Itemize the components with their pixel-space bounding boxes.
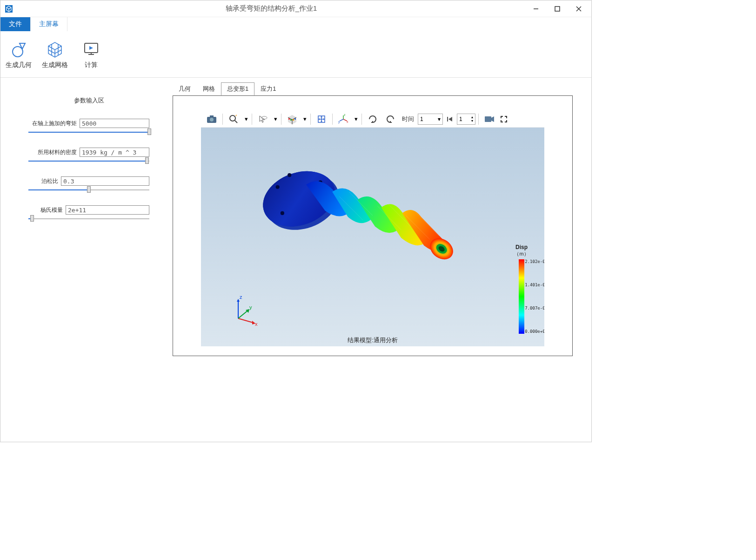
svg-rect-15 — [288, 118, 290, 120]
menu-file[interactable]: 文件 — [0, 17, 31, 31]
svg-text:z: z — [240, 294, 242, 300]
render-dropdown[interactable]: ▾ — [302, 115, 308, 122]
poisson-label: 泊松比 — [41, 177, 58, 185]
density-input[interactable] — [80, 148, 149, 157]
svg-rect-16 — [290, 119, 292, 121]
svg-line-22 — [340, 119, 343, 121]
time-select[interactable]: 1▾ — [418, 114, 443, 125]
poisson-slider[interactable] — [28, 188, 149, 192]
legend-tick-0: 2.102e-04 — [525, 259, 544, 264]
svg-text:x: x — [255, 321, 258, 327]
generate-mesh-label: 生成网格 — [42, 61, 68, 69]
svg-text:z: z — [344, 114, 346, 116]
rotate-cw-icon[interactable] — [365, 112, 381, 126]
geometry-icon — [9, 40, 28, 58]
svg-text:y: y — [249, 304, 252, 310]
legend-tick-1: 1.401e-04 — [525, 283, 544, 287]
axis-icon[interactable]: zxy — [335, 112, 351, 126]
youngs-input[interactable] — [66, 205, 149, 215]
time-label: 时间 — [402, 115, 414, 123]
svg-point-5 — [13, 47, 23, 57]
youngs-slider[interactable] — [28, 216, 149, 221]
maximize-button[interactable] — [547, 0, 568, 17]
app-icon — [4, 4, 13, 13]
zoom-icon[interactable] — [226, 112, 241, 126]
parameter-panel-title: 参数输入区 — [28, 96, 149, 105]
viewport[interactable]: ▾ ▾ ▾ zxy ▾ 时间 1▾ 1▴▾ — [173, 95, 573, 356]
youngs-label: 杨氏模量 — [40, 206, 63, 214]
screenshot-icon[interactable] — [204, 112, 220, 126]
legend-title: Disp — [505, 244, 538, 250]
moment-slider[interactable] — [28, 130, 149, 135]
moment-input[interactable] — [80, 119, 149, 128]
expand-icon[interactable] — [499, 112, 508, 126]
svg-point-12 — [230, 115, 235, 121]
density-slider[interactable] — [28, 159, 149, 163]
3d-canvas[interactable]: z x y Disp （m） 2.102e-04 1.401e-04 7.007… — [201, 128, 544, 346]
svg-line-45 — [238, 318, 254, 323]
svg-rect-2 — [555, 7, 560, 11]
minimize-button[interactable] — [525, 0, 547, 17]
color-legend: Disp （m） 2.102e-04 1.401e-04 7.007e-05 0… — [505, 244, 538, 334]
parameter-panel: 参数输入区 在轴上施加的弯矩 所用材料的密度 — [0, 78, 173, 442]
svg-point-10 — [210, 118, 214, 121]
svg-rect-27 — [485, 116, 491, 122]
poisson-input[interactable] — [61, 176, 149, 186]
moment-label: 在轴上施加的弯矩 — [32, 120, 77, 128]
generate-geometry-button[interactable]: 生成几何 — [0, 33, 37, 75]
compute-label: 计算 — [85, 61, 98, 69]
compute-button[interactable]: 计算 — [73, 33, 109, 75]
svg-line-13 — [235, 121, 237, 123]
density-label: 所用材料的密度 — [38, 148, 77, 156]
pan-icon[interactable] — [314, 112, 329, 126]
svg-text:x: x — [347, 120, 348, 123]
svg-rect-18 — [294, 118, 296, 120]
last-frame-icon[interactable] — [445, 112, 455, 126]
legend-unit: （m） — [505, 250, 538, 257]
viewer-toolbar: ▾ ▾ ▾ zxy ▾ 时间 1▾ 1▴▾ — [201, 111, 544, 128]
model-caption: 结果模型:通用分析 — [201, 336, 544, 344]
svg-point-31 — [276, 185, 280, 189]
tab-mesh[interactable]: 网格 — [197, 82, 221, 95]
menu-main[interactable]: 主屏幕 — [31, 17, 67, 31]
generate-mesh-button[interactable]: 生成网格 — [37, 33, 73, 75]
camera-icon[interactable] — [482, 112, 497, 126]
svg-text:y: y — [338, 120, 340, 124]
tab-stress[interactable]: 应力1 — [254, 82, 282, 95]
svg-point-34 — [281, 211, 284, 215]
rubiks-icon[interactable] — [284, 112, 300, 126]
axis-triad: z x y — [229, 290, 266, 328]
svg-rect-17 — [293, 119, 294, 121]
generate-geometry-label: 生成几何 — [6, 61, 32, 69]
rotate-ccw-icon[interactable] — [382, 112, 398, 126]
tab-deformation[interactable]: 总变形1 — [221, 82, 254, 95]
axis-dropdown[interactable]: ▾ — [353, 115, 359, 122]
zoom-dropdown[interactable]: ▾ — [243, 115, 249, 122]
tab-geometry[interactable]: 几何 — [173, 82, 197, 95]
compute-icon — [82, 40, 100, 58]
svg-point-32 — [288, 173, 291, 177]
window-title: 轴承受弯矩的结构分析_作业1 — [17, 4, 525, 13]
legend-tick-3: 0.000e+00 — [525, 329, 544, 334]
close-button[interactable] — [568, 0, 589, 17]
svg-rect-11 — [210, 115, 214, 117]
select-icon[interactable] — [255, 112, 271, 126]
mesh-icon — [46, 40, 64, 58]
legend-tick-2: 7.007e-05 — [525, 306, 544, 310]
step-spinner[interactable]: 1▴▾ — [457, 114, 475, 125]
select-dropdown[interactable]: ▾ — [273, 115, 278, 122]
